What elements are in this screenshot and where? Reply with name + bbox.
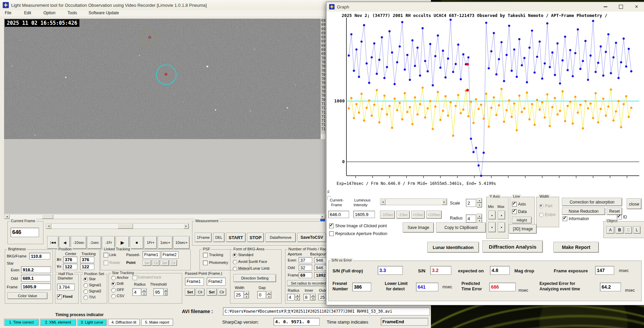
tab-light-curve[interactable]: 3. Light curve [77,319,107,326]
data-checkbox[interactable] [512,209,517,214]
outer-value[interactable]: 25 [318,294,326,301]
seek-right-icon[interactable]: ► [184,224,189,229]
scroll-right-icon[interactable]: ► [320,214,325,219]
seek-left-icon[interactable]: ◄ [46,224,51,229]
scroll-left-icon[interactable]: ◄ [4,214,10,219]
lunar-identification-button[interactable]: Lunar Identification [427,242,479,253]
frame-seek-scrollbar[interactable]: ◄ ► [46,223,189,229]
light-curve-chart[interactable]: 60063066069010000 [326,12,644,178]
width-spinner[interactable]: ▲▼ [244,291,249,298]
graph-title-bar[interactable]: Graph × [326,2,644,12]
standard-radio[interactable] [233,253,237,257]
inner-spinner[interactable]: ▲▼ [310,294,316,301]
off-radio[interactable] [111,288,116,292]
maximize-icon[interactable] [613,2,629,12]
tab-time-correct[interactable]: 1. Time correct [4,319,39,326]
noise-reduction-button[interactable]: Noise Reduction [562,208,605,215]
set-radius-button[interactable]: Set radius to recorded [287,280,330,286]
position-set-signal2-radio[interactable] [83,289,88,294]
measure-1frame-button[interactable]: 1Frame [195,233,212,242]
menu-tools[interactable]: Tools [68,11,77,15]
graph-scroll-left-icon[interactable]: ◄ [380,199,385,205]
stop-playback-button[interactable]: ■ [130,236,144,249]
scale-value[interactable]: 2 [466,199,476,207]
menu-edit[interactable]: Edit [24,11,31,15]
show-image-checkbox[interactable] [329,224,334,228]
scale-spinner[interactable]: ▲▼ [477,198,482,208]
tab-make-report[interactable]: 5. Make report [141,319,173,326]
yaxis-min-down-button[interactable]: ▼ [488,222,496,232]
close-button[interactable]: close [627,198,642,209]
inner-value[interactable]: 8 [303,294,310,301]
pixels-radius-spinner[interactable]: ▲▼ [295,294,300,301]
pp-clr1-button[interactable]: Clr [196,288,205,296]
gap-spinner[interactable]: ▲▼ [266,291,271,298]
menu-option[interactable]: Option [43,11,55,15]
st-threshold-spinner[interactable]: ▲▼ [164,288,168,296]
plus-1sec-button[interactable]: 1sec+ [158,236,173,249]
save-image-button[interactable]: Save Image [403,223,434,233]
copy-clipboard-button[interactable]: Copy to ClipBoard [436,223,486,233]
drift-radio[interactable] [111,282,116,286]
save-to-csv-button[interactable]: SaveToCSV [297,233,326,242]
st-threshold-value[interactable]: 95 [153,288,164,296]
reproduce-checkbox[interactable] [329,231,334,236]
rewind-start-button[interactable]: |◀◀ [47,236,59,249]
image-3d-button[interactable]: [3D] Image [509,224,537,234]
tab-diffraction[interactable]: 4. Diffraction tit [108,319,140,326]
make-report-button[interactable]: Make Report [553,242,599,253]
close-icon[interactable]: × [629,2,644,12]
current-frame-value[interactable]: 646 [11,228,39,237]
pp-set2-button[interactable]: Set [207,288,217,296]
hilight-button[interactable]: Hilight [512,217,532,224]
link-checkbox[interactable] [103,253,108,257]
graph-scrollbar[interactable]: ◄ ► [380,198,447,205]
measure-start-button[interactable]: START [226,233,246,242]
plus-1frame-button[interactable]: 1Fr+ [144,236,157,249]
color-value-button[interactable]: Color Value [7,292,48,299]
meteor-limb-radio[interactable] [233,267,237,271]
yaxis-max-down-button[interactable]: ▼ [498,222,505,232]
psf-photometry-checkbox[interactable] [203,261,208,265]
position-set-signal1-radio[interactable] [83,283,88,288]
tab-xml-element[interactable]: 2. XML element [40,319,76,326]
object-a-button[interactable]: A [606,226,614,234]
passed-point-frame2-box[interactable]: Frame2 [207,277,226,286]
st-radius-spinner[interactable]: ▲▼ [141,288,147,296]
sharpcap-version-value[interactable]: 4. 0. 9571. 0 [273,318,320,326]
yaxis-min-up-button[interactable]: ▲ [488,211,496,219]
axis-checkbox[interactable] [512,202,517,207]
minimize-icon[interactable] [598,2,613,12]
gap-value[interactable]: 0 [257,291,266,298]
measure-stop-button[interactable]: STOP [247,233,264,242]
pp-set1-button[interactable]: Set [185,288,195,296]
anchor-radio[interactable] [111,276,116,280]
position-set-tivi-radio[interactable] [83,295,88,300]
seek-thumb[interactable] [117,224,133,229]
minus-10sec-button[interactable]: -10sec [71,236,87,249]
diffraction-analysis-button[interactable]: Diffraction Analysis [482,240,543,253]
menu-software-update[interactable]: Software Update [89,11,119,15]
timestamp-indicates-value[interactable]: FrameEnd [381,318,428,326]
data-remove-button[interactable]: DataRemove [265,233,296,242]
video-h-scrollbar[interactable]: ◄ ► [4,214,325,219]
gw-current-frame-value[interactable]: 646.0 [328,211,349,218]
object-b-button[interactable]: B [615,226,624,234]
avoid-sunlit-radio[interactable] [233,260,237,264]
graph-scroll-right-icon[interactable]: ► [442,199,447,205]
scroll-thumb[interactable] [42,214,53,219]
width-value[interactable]: 25 [234,291,244,298]
measure-del-button[interactable]: DEL [213,233,225,242]
pixels-radius-value[interactable]: 4 [287,294,295,301]
passed-point-frame1-box[interactable]: Frame1 [185,277,204,286]
gw-radius-value[interactable]: 4 [466,214,476,223]
luminous-intensity-value[interactable]: 1605.9 [353,211,375,218]
video-frame-view[interactable]: 2025 11 02 16:55:05:426 [4,19,321,139]
pp-clr2-button[interactable]: Clr [217,288,226,296]
linked-frame1-box[interactable]: Frame1 [143,251,160,258]
correction-absorption-button[interactable]: Correction for absorption [562,198,622,206]
linked-frame2-box[interactable]: Frame2 [161,251,178,258]
minus-1sec-button[interactable]: -1sec [87,236,101,249]
gw-radius-spinner[interactable]: ▲▼ [477,214,482,223]
avi-filename-value[interactable]: C:¥Users¥owner¥Documents¥天文¥202511¥20251… [223,307,430,315]
